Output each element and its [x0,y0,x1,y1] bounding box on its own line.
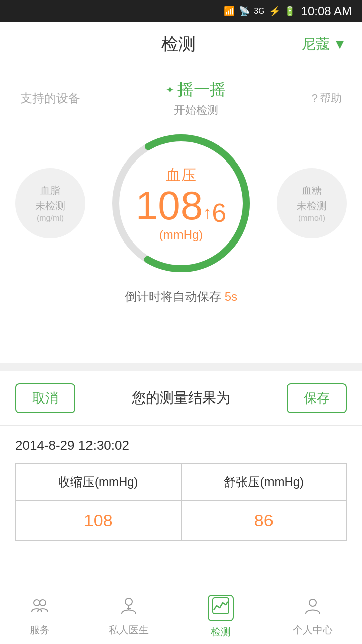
countdown-section: 倒计时将自动保存 5s [0,284,362,315]
shake-section: 支持的设备 ✦ 摇一摇 开始检测 ? 帮助 [0,66,362,123]
main-content: 支持的设备 ✦ 摇一摇 开始检测 ? 帮助 血脂 未检测 (mg/ml) [0,66,362,363]
status-bar: 📶 📡 3G ⚡ 🔋 10:08 AM [0,0,362,22]
val-systolic: 108 [16,500,182,540]
shake-center[interactable]: ✦ 摇一摇 开始检测 [166,78,226,118]
svg-point-3 [40,600,46,606]
circle-section: 血脂 未检测 (mg/ml) 血压 108 ↑ 6 (mmHg) [0,123,362,284]
countdown-value: 5s [225,290,237,303]
signal-icon: 📶 [224,6,235,17]
status-time: 10:08 AM [301,4,352,18]
save-button[interactable]: 保存 [287,383,347,413]
nav-item-profile[interactable]: 个人中心 [293,597,333,637]
col-systolic: 收缩压(mmHg) [16,463,182,500]
col-diastolic: 舒张压(mmHg) [181,463,347,500]
detect-label: 检测 [211,625,231,639]
bp-label: 血压 [166,165,196,186]
bp-arrow-icon: ↑ [203,204,212,222]
bp-main-number: 108 [136,186,203,226]
blood-sugar-unit: (mmo/l) [298,214,325,223]
blood-sugar-value: 未检测 [297,199,327,213]
shake-text: 摇一摇 [177,78,226,101]
wifi-icon: 📡 [239,6,250,17]
doctor-icon [120,597,138,619]
blood-fat-circle: 血脂 未检测 (mg/ml) [15,168,85,238]
svg-point-2 [34,600,40,606]
countdown-text: 倒计时将自动保存 [125,290,221,303]
profile-label: 个人中心 [293,623,333,637]
svg-point-8 [309,599,316,606]
spacer [0,541,362,589]
main-bp-circle: 血压 108 ↑ 6 (mmHg) [106,128,256,279]
shake-subtitle: 开始检测 [174,103,218,118]
status-icons: 📶 📡 3G ⚡ 🔋 [224,6,295,17]
bp-second-number: 6 [212,200,226,226]
bp-display: 血压 108 ↑ 6 (mmHg) [136,165,226,242]
val-diastolic: 86 [181,500,347,540]
bp-value: 108 ↑ 6 [136,186,226,226]
user-name: 尼蔻 [302,35,330,54]
section-divider [0,363,362,371]
user-menu[interactable]: 尼蔻 ▼ [302,35,347,54]
nav-item-detect[interactable]: 检测 [208,595,234,639]
nav-item-service[interactable]: 服务 [30,597,50,637]
service-icon [31,597,49,619]
battery-icon: 🔋 [284,6,295,17]
question-icon: ? [312,92,318,105]
page-title: 检测 [55,33,302,56]
service-label: 服务 [30,623,50,637]
bp-unit: (mmHg) [159,228,203,242]
shake-title: ✦ 摇一摇 [166,78,226,101]
help-button[interactable]: ? 帮助 [312,91,342,106]
result-datetime: 2014-8-29 12:30:02 [15,438,347,453]
blood-fat-title: 血脂 [40,184,60,197]
blood-fat-value: 未检测 [35,199,65,213]
results-table: 收缩压(mmHg) 舒张压(mmHg) 108 86 [15,463,347,541]
result-label: 您的测量结果为 [132,388,230,408]
blood-sugar-title: 血糖 [302,184,322,197]
top-nav: 检测 尼蔻 ▼ [0,22,362,66]
action-row: 取消 您的测量结果为 保存 [0,371,362,426]
help-label: 帮助 [320,91,342,106]
dropdown-icon: ▼ [333,36,347,52]
profile-icon [304,597,322,619]
bluetooth-icon: ⚡ [269,6,280,17]
results-section: 2014-8-29 12:30:02 收缩压(mmHg) 舒张压(mmHg) 1… [0,426,362,541]
blood-sugar-circle: 血糖 未检测 (mmo/l) [277,168,347,238]
svg-point-4 [125,598,132,605]
cancel-button[interactable]: 取消 [15,383,75,413]
detect-icon [208,595,234,621]
sparkle-icon: ✦ [166,84,174,96]
blood-fat-unit: (mg/ml) [37,214,64,223]
doctor-label: 私人医生 [109,623,149,637]
supported-devices-label: 支持的设备 [20,90,80,106]
nav-item-doctor[interactable]: 私人医生 [109,597,149,637]
data-icon: 3G [254,7,264,16]
bottom-nav: 服务 私人医生 检测 个人中心 [0,589,362,644]
